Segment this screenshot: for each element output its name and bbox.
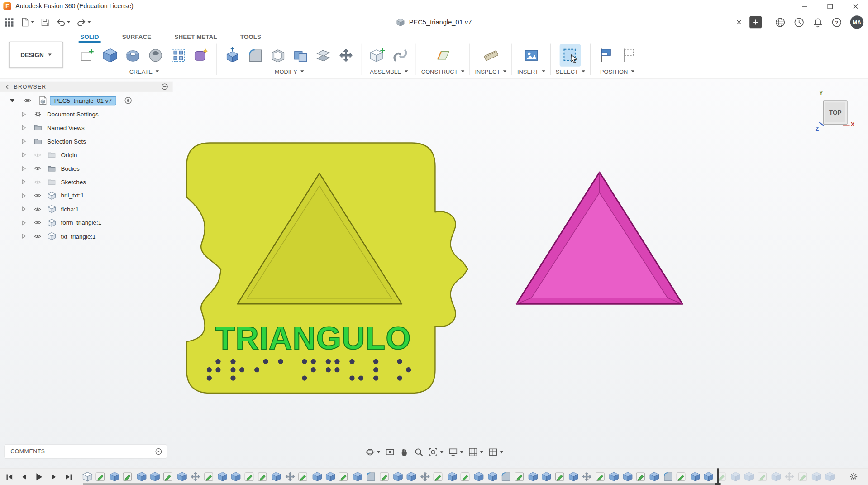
- redo-button[interactable]: [75, 16, 92, 28]
- visibility-eye-icon[interactable]: [34, 232, 42, 240]
- browser-root-item[interactable]: PEC5_triangle_01 v7: [0, 94, 173, 108]
- timeline-move-feature[interactable]: [190, 471, 201, 482]
- insert-canvas-button[interactable]: [521, 44, 542, 67]
- construct-plane-button[interactable]: [432, 44, 453, 67]
- pan-button[interactable]: [400, 447, 409, 457]
- timeline-extrude-feature[interactable]: [352, 471, 363, 482]
- timeline-extrude-feature[interactable]: [325, 471, 336, 482]
- browser-header[interactable]: BROWSER: [0, 82, 173, 92]
- group-label-select[interactable]: SELECT: [556, 68, 585, 75]
- joint-button[interactable]: [390, 44, 410, 67]
- plate-label[interactable]: TRIANGULO: [215, 320, 411, 356]
- timeline-move-feature[interactable]: [420, 471, 430, 482]
- timeline-extrude-feature[interactable]: [730, 471, 741, 482]
- measure-button[interactable]: [480, 44, 501, 67]
- timeline-extrude-feature[interactable]: [609, 471, 620, 482]
- notifications-bell-icon[interactable]: [813, 17, 823, 27]
- step-forward-button[interactable]: [50, 473, 58, 481]
- press-pull-button[interactable]: [222, 44, 243, 67]
- expand-arrow-icon[interactable]: [20, 206, 28, 212]
- revolve-button[interactable]: [122, 44, 143, 67]
- group-label-create[interactable]: CREATE: [129, 68, 159, 75]
- go-to-end-button[interactable]: [64, 473, 72, 481]
- timeline-extrude-feature[interactable]: [447, 471, 458, 482]
- browser-root-label[interactable]: PEC5_triangle_01 v7: [50, 96, 116, 105]
- move-copy-button[interactable]: [335, 44, 356, 67]
- timeline-sketch-feature[interactable]: [757, 471, 768, 482]
- play-button[interactable]: [34, 472, 44, 482]
- timeline-extrude-feature[interactable]: [136, 471, 147, 482]
- extrude-button[interactable]: [100, 44, 120, 67]
- expand-arrow-icon[interactable]: [20, 220, 28, 226]
- timeline-extrude-feature[interactable]: [406, 471, 417, 482]
- group-label-assemble[interactable]: ASSEMBLE: [370, 68, 408, 75]
- timeline-move-feature[interactable]: [285, 471, 296, 482]
- collapse-panel-icon[interactable]: [5, 84, 10, 89]
- group-label-construct[interactable]: CONSTRUCT: [421, 68, 464, 75]
- offset-face-button[interactable]: [313, 44, 334, 67]
- timeline-extrude-feature[interactable]: [271, 471, 282, 482]
- timeline-extrude-feature[interactable]: [744, 471, 754, 482]
- timeline-sketch-feature[interactable]: [676, 471, 687, 482]
- create-sketch-button[interactable]: [77, 44, 98, 67]
- pattern-button[interactable]: [168, 44, 189, 67]
- timeline-extrude-feature[interactable]: [109, 471, 120, 482]
- browser-item[interactable]: Named Views: [0, 121, 173, 134]
- timeline-sketch-feature[interactable]: [595, 471, 606, 482]
- expand-arrow-icon[interactable]: [9, 97, 16, 104]
- look-at-button[interactable]: [385, 447, 395, 457]
- view-cube[interactable]: Y TOP X Z: [816, 90, 858, 133]
- browser-item[interactable]: ficha:1: [0, 202, 173, 216]
- timeline-sketch-feature[interactable]: [379, 471, 390, 482]
- tab-solid[interactable]: SOLID: [79, 33, 100, 43]
- visibility-eye-icon[interactable]: [34, 164, 42, 172]
- visibility-eye-icon[interactable]: [34, 192, 42, 199]
- grid-display-button[interactable]: [468, 447, 483, 457]
- hole-button[interactable]: [145, 44, 166, 67]
- comments-bar[interactable]: COMMENTS: [5, 445, 167, 459]
- timeline-sketch-feature[interactable]: [258, 471, 268, 482]
- tab-surface[interactable]: SURFACE: [120, 33, 153, 43]
- timeline-position-marker[interactable]: [717, 468, 719, 485]
- expand-arrow-icon[interactable]: [20, 165, 28, 171]
- shell-button[interactable]: [267, 44, 288, 67]
- timeline-sketch-feature[interactable]: [339, 471, 349, 482]
- undo-button[interactable]: [55, 16, 72, 28]
- timeline-extrude-feature[interactable]: [217, 471, 228, 482]
- browser-item[interactable]: Sketches: [0, 175, 173, 189]
- select-button[interactable]: [560, 44, 581, 67]
- timeline-sketch-feature[interactable]: [460, 471, 471, 482]
- browser-item[interactable]: form_triangle:1: [0, 216, 173, 230]
- expand-arrow-icon[interactable]: [20, 179, 28, 185]
- user-avatar[interactable]: MA: [850, 15, 863, 29]
- view-cube-face[interactable]: TOP: [823, 100, 848, 125]
- group-label-modify[interactable]: MODIFY: [275, 68, 304, 75]
- expand-arrow-icon[interactable]: [20, 233, 28, 239]
- display-settings-button[interactable]: [448, 447, 463, 457]
- timeline-extrude-feature[interactable]: [528, 471, 539, 482]
- fit-button[interactable]: [429, 447, 444, 457]
- expand-arrow-icon[interactable]: [20, 125, 28, 130]
- timeline-extrude-feature[interactable]: [311, 471, 322, 482]
- job-status-globe-icon[interactable]: [775, 17, 785, 27]
- expand-arrow-icon[interactable]: [20, 152, 28, 158]
- expand-arrow-icon[interactable]: [20, 138, 28, 144]
- timeline-track[interactable]: [83, 483, 717, 484]
- pink-triangle-top-face[interactable]: [531, 192, 668, 298]
- visibility-eye-icon[interactable]: [23, 96, 31, 105]
- timeline-sketch-feature[interactable]: [298, 471, 309, 482]
- timeline-fillet-feature[interactable]: [663, 471, 673, 482]
- timeline-sketch-feature[interactable]: [554, 471, 565, 482]
- new-component-button[interactable]: [367, 44, 388, 67]
- timeline-extrude-feature[interactable]: [568, 471, 579, 482]
- browser-item[interactable]: txt_triangle:1: [0, 230, 173, 243]
- viewports-button[interactable]: [488, 447, 503, 457]
- workspace-switcher-design[interactable]: DESIGN: [9, 42, 63, 68]
- browser-item[interactable]: Selection Sets: [0, 134, 173, 148]
- browser-item[interactable]: Origin: [0, 148, 173, 162]
- timeline-extrude-feature[interactable]: [541, 471, 552, 482]
- visibility-eye-icon[interactable]: [34, 219, 42, 226]
- timeline-sketch-feature[interactable]: [635, 471, 646, 482]
- file-history-clock-icon[interactable]: [794, 17, 804, 27]
- capture-position-button[interactable]: [596, 44, 616, 67]
